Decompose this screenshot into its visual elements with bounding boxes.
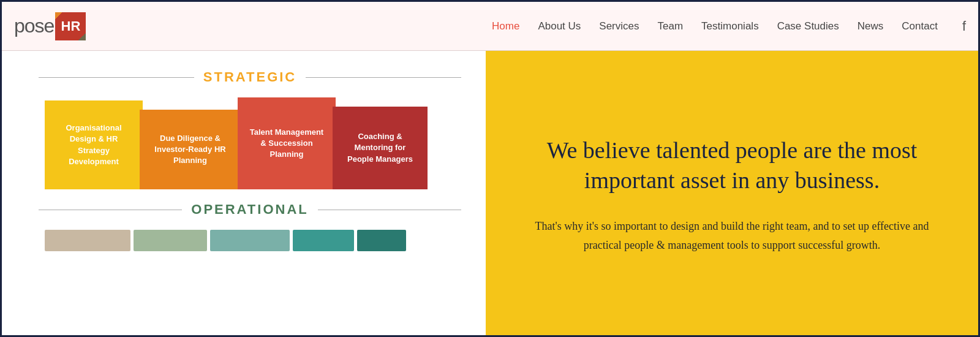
card-1-text: Organisational Design & HR Strategy Deve… (54, 123, 134, 167)
logo-hr-text: HR (61, 18, 81, 34)
nav-team[interactable]: Team (658, 20, 684, 32)
strategic-section-label: STRATEGIC (39, 69, 461, 85)
card-2-text: Due Diligence & Investor-Ready HR Planni… (149, 133, 232, 167)
op-line-left (39, 210, 182, 210)
nav-news[interactable]: News (858, 20, 884, 32)
card-due-diligence[interactable]: Due Diligence & Investor-Ready HR Planni… (140, 110, 241, 189)
cards-row: Organisational Design & HR Strategy Deve… (45, 97, 461, 189)
nav-home[interactable]: Home (492, 20, 519, 32)
logo[interactable]: pose HR (14, 12, 86, 40)
nav-contact[interactable]: Contact (902, 20, 938, 32)
line-right (306, 77, 461, 78)
strategic-title: STRATEGIC (203, 69, 296, 85)
operational-section-label: OPERATIONAL (39, 202, 461, 218)
main-content: STRATEGIC Organisational Design & HR Str… (2, 51, 978, 337)
tagline-sub: That's why it's so important to design a… (522, 217, 941, 254)
op-bar-5 (357, 230, 406, 251)
card-4-text: Coaching & Mentoring for People Managers (342, 131, 418, 165)
tagline-main: We believe talented people are the most … (522, 135, 941, 196)
op-bar-3 (210, 230, 290, 251)
op-bar-2 (134, 230, 207, 251)
operational-bars (45, 230, 461, 251)
op-bar-4 (293, 230, 354, 251)
card-talent-mgmt[interactable]: Talent Management & Succession Planning (238, 97, 336, 189)
line-left (39, 77, 194, 78)
nav-services[interactable]: Services (599, 20, 639, 32)
card-coaching[interactable]: Coaching & Mentoring for People Managers (333, 107, 428, 189)
logo-text: pose (14, 15, 54, 37)
card-3-text: Talent Management & Succession Planning (247, 127, 326, 161)
left-panel: STRATEGIC Organisational Design & HR Str… (2, 51, 486, 337)
operational-title: OPERATIONAL (191, 202, 308, 218)
header: pose HR Home About Us Services Team Test… (2, 2, 978, 51)
right-panel: We believe talented people are the most … (486, 51, 978, 337)
operational-section: OPERATIONAL (39, 202, 461, 251)
op-line-right (318, 210, 461, 210)
nav-case-studies[interactable]: Case Studies (777, 20, 839, 32)
card-org-design[interactable]: Organisational Design & HR Strategy Deve… (45, 100, 143, 189)
main-nav: Home About Us Services Team Testimonials… (492, 18, 966, 34)
nav-about-us[interactable]: About Us (538, 20, 581, 32)
logo-hr-box: HR (55, 12, 86, 40)
facebook-icon[interactable]: f (962, 18, 966, 34)
op-bar-1 (45, 230, 130, 251)
nav-testimonials[interactable]: Testimonials (701, 20, 759, 32)
